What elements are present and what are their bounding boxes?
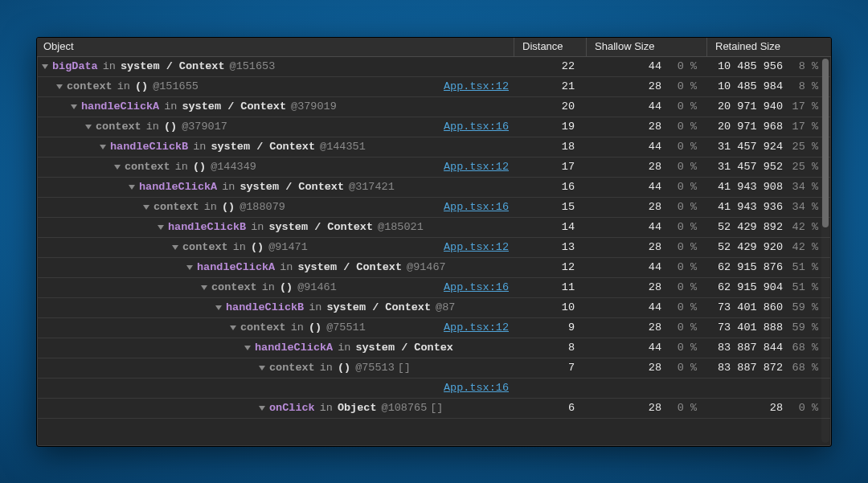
table-body[interactable]: bigDatainsystem / Context@15165322440 %1… <box>37 57 831 446</box>
context-name: Object <box>338 402 377 414</box>
shallow-pct: 0 % <box>669 80 697 92</box>
disclosure-triangle-icon[interactable] <box>201 285 207 290</box>
table-row[interactable]: handleClickBinsystem / Context@8710440 %… <box>37 298 831 318</box>
keyword-in: in <box>291 321 304 334</box>
object-id: @87 <box>436 301 455 313</box>
property-name: context <box>240 321 286 334</box>
table-row[interactable]: bigDatainsystem / Context@15165322440 %1… <box>37 57 831 77</box>
table-row[interactable]: contextin()@75511App.tsx:129280 %73 401 … <box>37 318 831 338</box>
col-header-retained[interactable]: Retained Size <box>706 38 831 56</box>
table-row[interactable]: onClickinObject@108765[]6280 %280 % <box>37 399 831 419</box>
shallow-size: 44 <box>649 141 661 153</box>
shallow-size: 28 <box>649 80 661 92</box>
object-id: @379019 <box>291 100 337 113</box>
table-row[interactable]: handleClickAinsystem / Context@379019204… <box>37 97 831 117</box>
keyword-in: in <box>222 181 235 193</box>
distance-value: 15 <box>514 201 586 213</box>
disclosure-triangle-icon[interactable] <box>259 366 265 370</box>
disclosure-triangle-icon[interactable] <box>71 104 77 109</box>
disclosure-triangle-icon[interactable] <box>129 185 135 190</box>
keyword-in: in <box>103 60 116 72</box>
col-header-object[interactable]: Object <box>37 38 514 56</box>
scrollbar-thumb[interactable] <box>822 59 829 227</box>
distance-value: 12 <box>514 261 586 273</box>
disclosure-triangle-icon[interactable] <box>143 205 149 210</box>
distance-value: 6 <box>514 402 586 414</box>
object-id: @108765 <box>382 402 428 414</box>
source-link[interactable]: App.tsx:16 <box>436 382 509 394</box>
retained-pct: 51 % <box>791 281 818 293</box>
shallow-pct: 0 % <box>669 321 697 334</box>
source-link[interactable]: App.tsx:12 <box>436 241 509 253</box>
retained-pct: 68 % <box>791 362 818 374</box>
table-row[interactable]: contextin()@75513[]7280 %83 887 87268 % <box>37 358 831 379</box>
disclosure-triangle-icon[interactable] <box>172 245 178 250</box>
retained-size: 62 915 904 <box>718 281 783 293</box>
table-row[interactable]: contextin()@151655App.tsx:1221280 %10 48… <box>37 77 831 97</box>
retained-size: 20 971 968 <box>718 121 783 133</box>
table-row[interactable]: contextin()@91461App.tsx:1611280 %62 915… <box>37 278 831 298</box>
disclosure-triangle-icon[interactable] <box>56 84 63 89</box>
shallow-pct: 0 % <box>669 301 697 313</box>
shallow-pct: 0 % <box>669 201 697 213</box>
table-header: Object Distance Shallow Size Retained Si… <box>37 38 831 57</box>
retained-pct: 42 % <box>791 221 818 233</box>
retained-size: 41 943 908 <box>718 181 783 193</box>
source-link[interactable]: App.tsx:12 <box>436 321 509 334</box>
keyword-in: in <box>164 100 177 113</box>
table-row[interactable]: contextin()@91471App.tsx:1213280 %52 429… <box>37 238 831 258</box>
context-name: () <box>222 201 235 213</box>
context-name: system / Context <box>121 60 225 72</box>
col-header-shallow[interactable]: Shallow Size <box>586 38 706 56</box>
object-id: @317421 <box>349 181 395 193</box>
disclosure-triangle-icon[interactable] <box>158 225 164 230</box>
disclosure-triangle-icon[interactable] <box>244 346 251 350</box>
table-row[interactable]: contextin()@144349App.tsx:1217280 %31 45… <box>37 158 831 178</box>
property-name: handleClickA <box>81 100 159 113</box>
retained-size: 31 457 924 <box>718 141 783 153</box>
table-row[interactable]: contextin()@379017App.tsx:1619280 %20 97… <box>37 117 831 137</box>
keyword-in: in <box>233 241 246 253</box>
shallow-pct: 0 % <box>669 402 697 414</box>
property-name: context <box>96 121 141 133</box>
source-link[interactable]: App.tsx:12 <box>436 80 509 92</box>
disclosure-triangle-icon[interactable] <box>114 165 121 170</box>
distance-value: 21 <box>514 80 586 92</box>
disclosure-triangle-icon[interactable] <box>215 305 222 310</box>
keyword-in: in <box>193 141 206 153</box>
context-name: system / Context <box>297 261 402 273</box>
scrollbar[interactable] <box>821 59 829 443</box>
table-row[interactable]: handleClickBinsystem / Context@144351184… <box>37 137 831 158</box>
object-id: @151653 <box>230 60 276 72</box>
col-header-distance[interactable]: Distance <box>514 38 586 56</box>
table-row[interactable]: handleClickBinsystem / Context@185021144… <box>37 218 831 238</box>
source-link[interactable]: App.tsx:12 <box>436 161 509 173</box>
distance-value: 7 <box>514 362 586 374</box>
table-row[interactable]: App.tsx:16 <box>37 379 831 399</box>
keyword-in: in <box>320 402 333 414</box>
disclosure-triangle-icon[interactable] <box>42 64 48 69</box>
retained-pct: 59 % <box>791 321 818 334</box>
property-name: context <box>125 161 170 173</box>
source-link[interactable]: App.tsx:16 <box>436 201 509 213</box>
disclosure-triangle-icon[interactable] <box>230 325 236 330</box>
table-row[interactable]: contextin()@188079App.tsx:1615280 %41 94… <box>37 198 831 218</box>
table-row[interactable]: handleClickAinsystem / Context@317421164… <box>37 178 831 198</box>
table-row[interactable]: handleClickAinsystem / Contex8440 %83 88… <box>37 338 831 358</box>
shallow-size: 44 <box>649 181 661 193</box>
source-link[interactable]: App.tsx:16 <box>436 121 509 133</box>
context-name: () <box>280 281 293 293</box>
shallow-size: 28 <box>649 121 661 133</box>
shallow-size: 28 <box>649 402 661 414</box>
disclosure-triangle-icon[interactable] <box>259 406 265 411</box>
retained-pct: 42 % <box>791 241 818 253</box>
disclosure-triangle-icon[interactable] <box>100 145 106 149</box>
property-name: context <box>269 362 315 374</box>
table-row[interactable]: handleClickAinsystem / Context@914671244… <box>37 258 831 278</box>
retained-pct: 17 % <box>791 100 818 113</box>
disclosure-triangle-icon[interactable] <box>186 265 193 270</box>
distance-value: 8 <box>514 342 586 354</box>
shallow-pct: 0 % <box>669 100 697 113</box>
source-link[interactable]: App.tsx:16 <box>436 281 509 293</box>
disclosure-triangle-icon[interactable] <box>85 125 92 129</box>
